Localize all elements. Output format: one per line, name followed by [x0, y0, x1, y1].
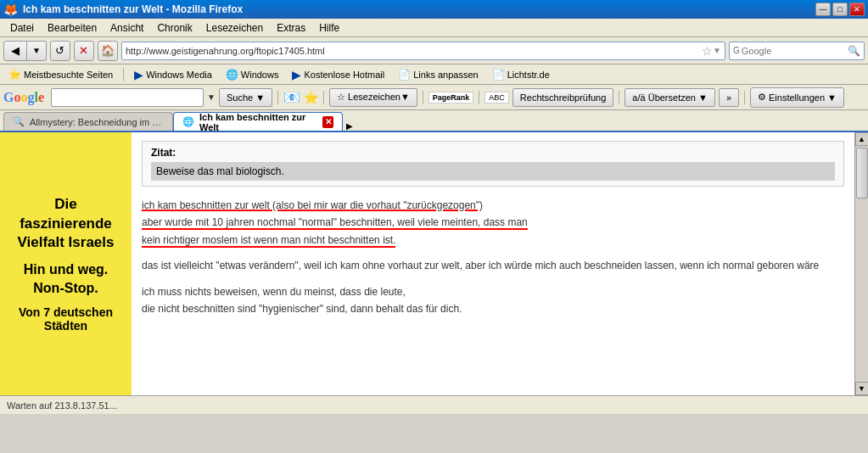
banner-subtitle: Hin und weg. Non-Stop.	[24, 260, 109, 299]
back-forward-group: ◀ ▼	[3, 41, 47, 61]
page-icon: 📄	[398, 69, 411, 81]
close-button[interactable]: ✕	[849, 3, 865, 16]
google-search-logo: G	[733, 46, 740, 55]
titlebar: 🦊 Ich kam beschnitten zur Welt - Mozilla…	[0, 0, 868, 19]
menubar: Datei Bearbeiten Ansicht Chronik Lesezei…	[0, 19, 868, 37]
bookmark-label: Windows	[241, 70, 279, 80]
google-search-input[interactable]	[51, 88, 204, 107]
window-title: Ich kam beschnitten zur Welt - Mozilla F…	[23, 3, 815, 15]
scroll-down-arrow[interactable]: ▼	[855, 382, 869, 395]
back-button[interactable]: ◀	[3, 41, 27, 61]
address-bar[interactable]: http://www.geistigenahrung.org/ftopic174…	[121, 42, 725, 60]
left-advertisement: Die faszinierende Vielfalt Israels Hin u…	[0, 132, 132, 395]
banner-sub: Von 7 deutschen Städten	[19, 305, 113, 333]
menu-ansicht[interactable]: Ansicht	[104, 20, 150, 36]
forward-dropdown-button[interactable]: ▼	[27, 41, 47, 61]
google-dropdown-icon[interactable]: ▼	[207, 92, 216, 102]
separator	[479, 91, 479, 104]
home-button[interactable]: 🏠	[98, 41, 118, 61]
abc-badge: ABC	[484, 92, 509, 103]
star-icon[interactable]: ☆	[702, 44, 713, 58]
bookmark-label: Links anpassen	[413, 70, 478, 80]
favicon-icon[interactable]: ⭐	[304, 91, 318, 104]
tab-label: Allmystery: Beschneidung im Islam (Seit.…	[30, 117, 164, 127]
reload-button[interactable]: ↺	[50, 41, 70, 61]
bookmark-windows-media[interactable]: ▶ Windows Media	[129, 66, 217, 83]
bookmark-meistbesucht[interactable]: ⭐ Meistbesuchte Seiten	[3, 67, 118, 82]
bookmark-windows[interactable]: 🌐 Windows	[221, 67, 284, 82]
address-text: http://www.geistigenahrung.org/ftopic174…	[126, 46, 702, 56]
paragraph1-line3: kein richtiger moslem ist wenn man nicht…	[142, 234, 395, 248]
pagerank-badge: PageRank	[428, 92, 474, 103]
menu-lesezeichen[interactable]: Lesezeichen	[199, 20, 270, 36]
bookmark-label: Windows Media	[146, 70, 212, 80]
forum-content: Zitat: Beweise das mal biologisch. ich k…	[132, 132, 868, 395]
search-input[interactable]	[742, 46, 848, 56]
gear-icon: ⚙	[758, 92, 766, 103]
paragraph1-line2: aber wurde mit 10 jahren nochmal "normal…	[142, 216, 528, 230]
bookmark-label: Kostenlose Hotmail	[304, 70, 384, 80]
browser-icon: 🦊	[3, 3, 18, 16]
menu-datei[interactable]: Datei	[3, 20, 41, 36]
menu-hilfe[interactable]: Hilfe	[312, 20, 346, 36]
tab-allmystery[interactable]: 🔍 Allmystery: Beschneidung im Islam (Sei…	[3, 112, 173, 131]
address-dropdown-icon[interactable]: ▼	[713, 46, 721, 55]
search-icon[interactable]: 🔍	[848, 45, 860, 57]
hotmail-icon: ▶	[292, 68, 301, 81]
separator	[323, 91, 324, 104]
lesezeichen-button[interactable]: ☆ Lesezeichen▼	[329, 88, 417, 107]
tab-favicon: 🔍	[13, 116, 25, 127]
uebersetzen-button[interactable]: a/ä Übersetzen ▼	[624, 88, 715, 107]
separator	[277, 91, 278, 104]
tab-scroll-right[interactable]: ▶	[343, 121, 356, 131]
bookmarks-bar: ⭐ Meistbesuchte Seiten ▶ Windows Media 🌐…	[0, 64, 868, 85]
tab-ich-kam[interactable]: 🌐 Ich kam beschnitten zur Welt ✕	[173, 112, 343, 131]
scroll-thumb[interactable]	[856, 148, 868, 199]
bookmark-hotmail[interactable]: ▶ Kostenlose Hotmail	[287, 66, 389, 83]
bookmark-links-anpassen[interactable]: 📄 Links anpassen	[393, 67, 483, 82]
tab-close-button[interactable]: ✕	[322, 116, 333, 128]
status-bar: Warten auf 213.8.137.51...	[0, 395, 868, 414]
bookmark-label: Meistbesuchte Seiten	[24, 70, 113, 80]
post-paragraph-2: das ist vielleicht "etwas verändern", we…	[142, 257, 844, 274]
content-area: Die faszinierende Vielfalt Israels Hin u…	[0, 132, 868, 395]
menu-chronik[interactable]: Chronik	[150, 20, 199, 36]
media-icon: ▶	[134, 68, 143, 81]
tab-favicon: 🌐	[182, 116, 194, 127]
tab-bar: 🔍 Allmystery: Beschneidung im Islam (Sei…	[0, 110, 868, 132]
google-logo: Google	[3, 90, 44, 105]
toolbar-extras: 📧 ⭐	[283, 89, 318, 105]
banner-text: Die faszinierende Vielfalt Israels	[17, 195, 114, 251]
maximize-button[interactable]: □	[832, 3, 848, 16]
google-suche-button[interactable]: Suche ▼	[219, 88, 272, 107]
quote-box: Zitat: Beweise das mal biologisch.	[142, 141, 844, 187]
star-icon: ⭐	[8, 69, 21, 81]
navigation-bar: ◀ ▼ ↺ ✕ 🏠 http://www.geistigenahrung.org…	[0, 37, 868, 64]
separator	[619, 91, 619, 104]
mail-icon[interactable]: 📧	[283, 89, 300, 105]
more-button[interactable]: »	[719, 88, 739, 107]
bookmark-lichtstr[interactable]: 📄 Lichtstr.de	[487, 67, 555, 82]
menu-bearbeiten[interactable]: Bearbeiten	[41, 20, 104, 36]
status-text: Warten auf 213.8.137.51...	[7, 400, 117, 411]
rechtschreibung-button[interactable]: Rechtschreibprüfung	[512, 88, 614, 107]
tab-label: Ich kam beschnitten zur Welt	[199, 112, 317, 132]
scroll-up-arrow[interactable]: ▲	[855, 132, 869, 146]
vertical-scrollbar[interactable]: ▲ ▼	[854, 132, 868, 395]
quote-text: Beweise das mal biologisch.	[151, 162, 835, 181]
separator	[123, 68, 124, 81]
paragraph3-line1: ich muss nichts beweisen, wenn du meinst…	[142, 286, 406, 298]
google-toolbar: Google ▼ Suche ▼ 📧 ⭐ ☆ Lesezeichen▼ Page…	[0, 85, 868, 110]
window-controls: — □ ✕	[815, 3, 865, 16]
post-paragraph-1: ich kam beschnitten zur welt (also bei m…	[142, 197, 844, 249]
windows-icon: 🌐	[226, 69, 238, 81]
page-icon: 📄	[492, 69, 505, 81]
paragraph3-line2: die nicht beschnitten sind "hygienischer…	[142, 303, 462, 315]
settings-button[interactable]: ⚙ Einstellungen ▼	[750, 87, 844, 108]
minimize-button[interactable]: —	[815, 3, 831, 16]
search-bar[interactable]: G 🔍	[729, 42, 865, 60]
settings-label: Einstellungen ▼	[769, 92, 837, 103]
menu-extras[interactable]: Extras	[270, 20, 312, 36]
quote-label: Zitat:	[151, 147, 835, 159]
stop-button[interactable]: ✕	[74, 41, 94, 61]
